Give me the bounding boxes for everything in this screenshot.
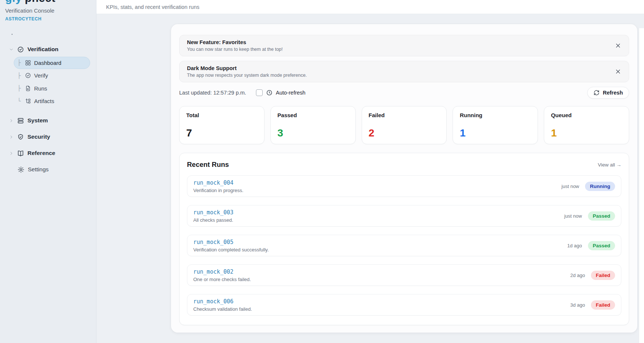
sidebar-item-label: Settings <box>28 166 49 173</box>
kpi-label: Failed <box>369 112 440 118</box>
kpi-label: Queued <box>551 112 622 118</box>
tree-icon <box>25 98 31 104</box>
gear-icon <box>17 166 24 173</box>
refresh-button[interactable]: Refresh <box>587 87 629 99</box>
runs-list: run_mock_004 Verification in progress. j… <box>187 175 621 316</box>
run-timestamp: just now <box>564 213 582 219</box>
kpi-value: 1 <box>551 128 622 138</box>
kpi-card: Total 7 <box>179 106 264 144</box>
close-icon[interactable] <box>615 42 621 49</box>
sidebar-item-label: Dashboard <box>34 60 61 66</box>
kpi-card: Failed 2 <box>362 106 447 144</box>
kpi-row: Total 7 Passed 3 Failed 2 Running 1 Queu… <box>179 106 629 144</box>
kpi-value: 2 <box>369 128 440 138</box>
banner-title: New Feature: Favorites <box>187 39 615 45</box>
run-row[interactable]: run_mock_003 All checks passed. just now… <box>187 205 621 227</box>
notification-banner: Dark Mode Support The app now respects y… <box>179 61 629 82</box>
brand-logo: glyphect <box>5 0 96 6</box>
refresh-button-label: Refresh <box>603 90 623 96</box>
sidebar-group-item[interactable]: System <box>0 112 96 129</box>
tree-connector: └ <box>17 98 22 105</box>
run-id-link[interactable]: run_mock_004 <box>193 179 243 186</box>
brand-subtitle: Verification Console <box>5 7 96 14</box>
shield-icon <box>17 133 24 141</box>
sidebar-group-label: System <box>27 117 48 124</box>
grid-icon <box>25 60 31 66</box>
run-info: run_mock_005 Verification completed succ… <box>193 239 269 253</box>
sidebar-group-item[interactable]: Reference <box>0 145 96 161</box>
page-header: KPIs, stats, and recent verification run… <box>96 0 644 14</box>
chevron-right-icon[interactable] <box>9 135 14 139</box>
sidebar-group-item[interactable]: Security <box>0 129 96 145</box>
sidebar-item-settings[interactable]: Settings <box>0 161 96 178</box>
sidebar-tree-item[interactable]: ├ Verify <box>14 69 90 82</box>
banner-title: Dark Mode Support <box>187 65 615 71</box>
run-description: One or more checks failed. <box>193 277 251 282</box>
refresh-icon <box>594 90 599 96</box>
brand-logo-text: glyphect <box>5 0 55 4</box>
brand-logo-word: phect <box>25 0 56 4</box>
sidebar-item-label: Artifacts <box>34 98 54 104</box>
sidebar: glyphect Verification Console ASTROCYTEC… <box>0 0 96 343</box>
sidebar-tree-item[interactable]: ├ Runs <box>14 82 90 95</box>
scrollbar[interactable] <box>639 28 644 343</box>
check-circle-icon <box>25 72 31 79</box>
run-timestamp: 1d ago <box>567 243 582 248</box>
auto-refresh-label: Auto-refresh <box>276 90 306 96</box>
auto-refresh-checkbox[interactable] <box>256 89 263 96</box>
server-icon <box>17 117 24 124</box>
view-all-link[interactable]: View all → <box>598 162 621 168</box>
sidebar-group-label: Verification <box>27 46 59 53</box>
content-area: New Feature: Favorites You can now star … <box>96 14 644 343</box>
badge-check-icon <box>17 46 24 53</box>
banner-body: The app now respects your system dark mo… <box>187 73 615 78</box>
last-updated-text: Last updated: 12:57:29 p.m. <box>179 90 246 96</box>
run-info: run_mock_006 Checksum validation failed. <box>193 298 252 312</box>
status-badge: Running <box>585 182 615 191</box>
sidebar-dot <box>12 34 13 35</box>
banner-body: You can now star runs to keep them at th… <box>187 47 615 52</box>
run-info: run_mock_004 Verification in progress. <box>193 179 243 193</box>
status-badge: Passed <box>588 241 615 250</box>
tree-connector: ├ <box>17 59 22 66</box>
recent-runs-card: Recent Runs View all → run_mock_004 Veri… <box>179 153 629 325</box>
recent-runs-header: Recent Runs View all → <box>187 161 621 169</box>
banner-stack: New Feature: Favorites You can now star … <box>179 35 629 82</box>
run-timestamp: 2d ago <box>570 273 585 278</box>
run-info: run_mock_003 All checks passed. <box>193 209 233 223</box>
run-row[interactable]: run_mock_005 Verification completed succ… <box>187 235 621 256</box>
run-id-link[interactable]: run_mock_005 <box>193 239 269 245</box>
kpi-value: 1 <box>460 128 531 138</box>
sidebar-groups: System Security Reference <box>0 112 96 161</box>
chevron-right-icon[interactable] <box>9 151 14 156</box>
run-row[interactable]: run_mock_004 Verification in progress. j… <box>187 175 621 197</box>
kpi-card: Passed 3 <box>270 106 356 144</box>
run-id-link[interactable]: run_mock_002 <box>193 268 251 275</box>
refresh-toolbar: Last updated: 12:57:29 p.m. Auto-refresh… <box>179 87 629 99</box>
run-meta: 3d ago Failed <box>570 300 615 310</box>
book-icon <box>17 150 24 157</box>
run-id-link[interactable]: run_mock_006 <box>193 298 252 305</box>
status-badge: Failed <box>591 300 615 310</box>
chevron-down-icon[interactable] <box>9 47 14 52</box>
sidebar-group-verification[interactable]: Verification <box>0 43 96 56</box>
close-icon[interactable] <box>615 68 621 75</box>
run-row[interactable]: run_mock_002 One or more checks failed. … <box>187 264 621 286</box>
run-description: Verification completed successfully. <box>193 247 269 253</box>
sidebar-tree-item[interactable]: └ Artifacts <box>14 95 90 107</box>
run-row[interactable]: run_mock_006 Checksum validation failed.… <box>187 294 621 316</box>
run-info: run_mock_002 One or more checks failed. <box>193 268 251 282</box>
main-area: KPIs, stats, and recent verification run… <box>96 0 644 343</box>
notification-banner: New Feature: Favorites You can now star … <box>179 35 629 56</box>
brand-logo-mark: gly <box>5 0 22 4</box>
kpi-card: Running 1 <box>453 106 538 144</box>
sidebar-tree-item[interactable]: ├ Dashboard <box>14 57 90 69</box>
sidebar-group-label: Reference <box>27 150 55 156</box>
verification-tree: ├ Dashboard ├ Verify ├ Runs └ Artifacts <box>0 57 96 108</box>
kpi-value: 7 <box>186 128 257 138</box>
chevron-right-icon[interactable] <box>9 118 14 123</box>
clock-icon <box>266 89 273 96</box>
run-id-link[interactable]: run_mock_003 <box>193 209 233 216</box>
run-timestamp: 3d ago <box>570 302 585 308</box>
banner-text: Dark Mode Support The app now respects y… <box>187 65 615 78</box>
